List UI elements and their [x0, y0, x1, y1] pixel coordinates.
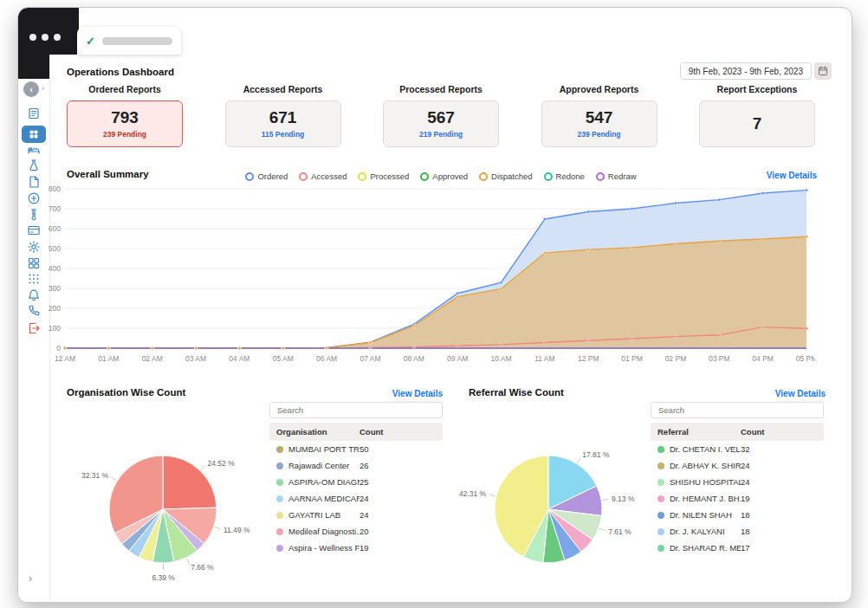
org-section-title: Organisation Wise Count: [67, 387, 185, 398]
row-count: 50: [360, 444, 369, 454]
org-search-input[interactable]: [269, 402, 443, 418]
table-row: Dr. NILEN SHAH18: [651, 507, 824, 523]
stat-value: 671: [269, 109, 297, 127]
svg-text:24.52 %: 24.52 %: [208, 459, 236, 468]
window-control-dot[interactable]: [29, 34, 36, 41]
legend-label: Redraw: [608, 171, 637, 181]
row-count: 19: [360, 543, 369, 553]
row-color-dot-icon: [276, 479, 283, 486]
ref-search-input[interactable]: [651, 402, 824, 418]
chart-legend: OrderedAccessedProcessedApprovedDispatch…: [67, 171, 815, 181]
svg-text:600: 600: [49, 224, 61, 233]
org-pie-chart: 24.52 %11.49 %7.66 %6.39 %32.31 %: [57, 438, 265, 585]
svg-text:03 AM: 03 AM: [185, 354, 206, 363]
svg-text:05 AM: 05 AM: [273, 354, 294, 363]
legend-label: Approved: [432, 171, 468, 181]
row-name: MUMBAI PORT TR...: [288, 444, 360, 454]
window-controls[interactable]: [29, 34, 61, 41]
chevron-right-icon[interactable]: ›: [42, 84, 44, 93]
svg-text:08 AM: 08 AM: [404, 354, 424, 363]
count-column-header: Count: [360, 427, 383, 437]
svg-text:12 PM: 12 PM: [578, 354, 599, 363]
legend-item-processed[interactable]: Processed: [358, 171, 409, 181]
date-range-picker[interactable]: 9th Feb, 2023 - 9th Feb, 2023: [680, 62, 812, 80]
stat-value: 793: [111, 109, 139, 127]
lab-icon[interactable]: [27, 158, 41, 172]
svg-text:03 PM: 03 PM: [709, 354, 730, 363]
svg-text:12 AM: 12 AM: [55, 354, 75, 363]
svg-text:100: 100: [49, 324, 61, 333]
legend-label: Dispatched: [491, 171, 533, 181]
row-count: 18: [741, 527, 750, 536]
stat-card[interactable]: 567219 Pending: [383, 100, 499, 147]
legend-dot-icon: [479, 172, 488, 181]
row-count: 18: [741, 510, 750, 520]
svg-text:06 AM: 06 AM: [316, 354, 337, 363]
sidebar-expand-icon[interactable]: ›: [29, 572, 32, 585]
svg-text:04 AM: 04 AM: [229, 354, 249, 363]
summary-view-details-link[interactable]: View Details: [767, 171, 817, 180]
stat-label: Processed Reports: [383, 84, 499, 94]
browser-tab[interactable]: ✓: [77, 27, 181, 55]
sidebar-logo-block: [18, 55, 49, 79]
stat-label: Ordered Reports: [67, 84, 183, 94]
svg-text:02 PM: 02 PM: [665, 354, 687, 363]
row-name: AARNAA MEDICAR...: [288, 494, 360, 503]
patients-icon[interactable]: [27, 143, 41, 157]
svg-text:700: 700: [49, 204, 61, 213]
legend-label: Ordered: [257, 171, 288, 181]
row-name: GAYATRI LAB: [288, 510, 360, 520]
legend-item-redraw[interactable]: Redraw: [596, 171, 637, 181]
row-count: 19: [741, 494, 750, 503]
ref-table-header: Referral Count: [651, 423, 824, 441]
stat-card[interactable]: 7: [699, 100, 815, 147]
svg-text:04 PM: 04 PM: [752, 354, 774, 363]
legend-item-redone[interactable]: Redone: [544, 171, 585, 181]
dashboard-icon[interactable]: [22, 126, 46, 143]
window-control-dot[interactable]: [42, 34, 49, 41]
ref-view-details-link[interactable]: View Details: [775, 389, 826, 398]
row-name: SHISHU HOSPITAL: [670, 477, 741, 487]
table-row: Rajawadi Center26: [269, 457, 443, 474]
ref-pie-chart: 17.81 %9.13 %7.61 %42.31 %: [443, 438, 651, 585]
row-color-dot-icon: [276, 462, 283, 469]
svg-text:05 PM: 05 PM: [796, 354, 815, 363]
window-control-dot[interactable]: [54, 34, 61, 41]
svg-text:9.13 %: 9.13 %: [612, 495, 635, 503]
row-name: Rajawadi Center: [288, 461, 360, 470]
ref-column-header: Referral: [657, 427, 741, 437]
app-window: ✓ ‹ › › Operations Dashboard 9th Feb, 20…: [17, 7, 852, 603]
row-count: 26: [360, 461, 369, 470]
legend-item-approved[interactable]: Approved: [420, 171, 468, 181]
table-row: SHISHU HOSPITAL24: [651, 474, 824, 490]
table-row: Dr. ABHAY K. SHIR...24: [651, 457, 824, 474]
calendar-icon[interactable]: [814, 62, 832, 80]
tab-check-icon: ✓: [86, 36, 95, 47]
stat-card[interactable]: 793239 Pending: [67, 100, 183, 147]
table-row: Dr. CHETAN I. VEL...32: [651, 441, 824, 457]
orders-icon[interactable]: [27, 107, 41, 120]
legend-item-dispatched[interactable]: Dispatched: [479, 171, 533, 181]
stat-card[interactable]: 671115 Pending: [225, 100, 341, 147]
stat-pending-badge: 115 Pending: [262, 130, 305, 139]
row-color-dot-icon: [657, 462, 664, 469]
row-count: 17: [741, 543, 750, 553]
row-color-dot-icon: [276, 446, 283, 453]
org-view-details-link[interactable]: View Details: [392, 389, 443, 398]
legend-item-accessed[interactable]: Accessed: [299, 171, 347, 181]
svg-text:300: 300: [49, 284, 61, 293]
row-name: Dr. ABHAY K. SHIR...: [670, 461, 741, 470]
stat-card[interactable]: 547239 Pending: [541, 100, 657, 147]
legend-label: Processed: [370, 171, 409, 181]
row-color-dot-icon: [657, 479, 664, 486]
row-name: ASPIRA-OM DIAGN...: [288, 477, 360, 487]
row-count: 24: [360, 494, 369, 503]
user-avatar[interactable]: ‹: [23, 81, 39, 97]
ref-table: Referral Count Dr. CHETAN I. VEL...32Dr.…: [651, 423, 824, 556]
legend-label: Redone: [556, 171, 585, 181]
legend-item-ordered[interactable]: Ordered: [245, 171, 288, 181]
svg-text:01 PM: 01 PM: [621, 354, 643, 363]
table-row: GAYATRI LAB24: [269, 507, 443, 523]
svg-text:400: 400: [49, 264, 61, 273]
stat-label: Approved Reports: [541, 84, 657, 94]
